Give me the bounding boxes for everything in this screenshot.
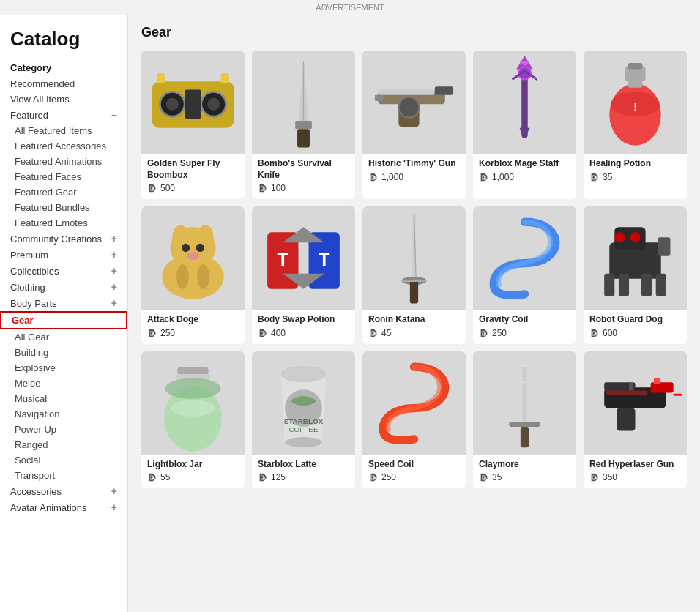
sidebar-item-recommended[interactable]: Recommended: [0, 76, 127, 92]
item-card-11[interactable]: Lightblox Jar 55: [141, 351, 245, 489]
item-card-3[interactable]: Historic 'Timmy' Gun 1,000: [362, 51, 466, 199]
item-name-6: Attack Doge: [147, 314, 239, 326]
item-price-9: 250: [479, 328, 570, 338]
svg-rect-86: [658, 237, 671, 255]
items-grid: Golden Super Fly Boombox 500 Bombo's Sur…: [141, 51, 687, 488]
item-info-4: Korblox Mage Staff 1,000: [473, 154, 576, 188]
item-price-text-3: 1,000: [381, 172, 403, 182]
item-card-6[interactable]: Attack Doge 250: [141, 206, 245, 344]
item-name-7: Body Swap Potion: [258, 314, 349, 326]
sidebar-item-all-gear[interactable]: All Gear: [0, 329, 127, 345]
sidebar-item-clothing[interactable]: Clothing+: [0, 279, 127, 295]
item-price-text-12: 125: [271, 472, 286, 482]
page-wrapper: ADVERTISEMENT Catalog Category Recommend…: [0, 0, 700, 612]
item-price-text-14: 35: [492, 472, 502, 482]
sidebar-item-musical[interactable]: Musical: [0, 391, 127, 406]
svg-rect-9: [151, 187, 153, 187]
sidebar-item-power-up[interactable]: Power Up: [0, 422, 127, 437]
svg-text:T: T: [278, 250, 289, 270]
sidebar-item-avatar-animations[interactable]: Avatar Animations+: [0, 499, 127, 515]
svg-point-94: [170, 400, 215, 417]
sidebar-item-featured-gear[interactable]: Featured Gear: [0, 184, 127, 200]
item-name-14: Claymore: [479, 459, 570, 471]
sidebar-item-view-all[interactable]: View All Items: [0, 92, 127, 107]
item-card-14[interactable]: Claymore 35: [473, 351, 576, 489]
sidebar-item-explosive[interactable]: Explosive: [0, 360, 127, 376]
item-image-15: [584, 351, 687, 455]
sidebar-item-featured-bundles[interactable]: Featured Bundles: [0, 200, 127, 215]
item-card-5[interactable]: ! Healing Potion 35: [584, 51, 687, 199]
item-card-9[interactable]: Gravity Coil 250: [473, 206, 576, 344]
item-price-text-11: 55: [160, 472, 170, 482]
item-price-8: 45: [368, 328, 460, 338]
item-card-2[interactable]: Bombo's Survival Knife 100: [252, 51, 355, 199]
item-name-15: Red Hyperlaser Gun: [589, 459, 681, 471]
sidebar-item-premium[interactable]: Premium+: [0, 247, 127, 263]
robux-icon: [479, 172, 489, 182]
sidebar-item-collectibles[interactable]: Collectibles+: [0, 263, 127, 279]
sidebar-item-featured-emotes[interactable]: Featured Emotes: [0, 215, 127, 231]
item-card-10[interactable]: Robot Guard Dog 600: [584, 206, 687, 344]
item-card-15[interactable]: Red Hyperlaser Gun 350: [584, 351, 687, 489]
item-card-1[interactable]: Golden Super Fly Boombox 500: [141, 51, 245, 199]
robux-icon: [258, 328, 268, 338]
sidebar-item-label: Featured Bundles: [15, 202, 90, 213]
robux-icon: [147, 328, 157, 338]
expand-icon: +: [111, 297, 117, 309]
sidebar-item-featured[interactable]: Featured−: [0, 107, 127, 123]
item-card-4[interactable]: Korblox Mage Staff 1,000: [473, 51, 576, 199]
sidebar-item-label: Melee: [15, 378, 40, 389]
svg-rect-97: [151, 477, 153, 478]
sidebar-item-label: Power Up: [15, 424, 56, 435]
svg-point-2: [166, 98, 179, 111]
sidebar-item-navigation[interactable]: Navigation: [0, 406, 127, 422]
expand-icon: +: [111, 249, 117, 261]
sidebar-item-featured-accessories[interactable]: Featured Accessories: [0, 138, 127, 154]
item-name-11: Lightblox Jar: [147, 459, 239, 471]
svg-rect-7: [221, 73, 229, 83]
sidebar-item-melee[interactable]: Melee: [0, 376, 127, 391]
svg-rect-124: [606, 390, 647, 395]
svg-rect-105: [261, 477, 264, 477]
item-price-14: 35: [479, 472, 570, 482]
sidebar-item-transport[interactable]: Transport: [0, 468, 127, 483]
item-price-text-6: 250: [160, 328, 175, 338]
sidebar-item-gear[interactable]: Gear: [0, 311, 127, 329]
svg-rect-26: [372, 177, 374, 178]
item-image-6: [141, 206, 245, 310]
item-price-5: 35: [589, 172, 681, 182]
svg-rect-65: [261, 332, 264, 332]
sidebar-item-community-creations[interactable]: Community Creations+: [0, 231, 127, 247]
sidebar: Catalog Category RecommendedView All Ite…: [0, 15, 128, 612]
sidebar-item-featured-animations[interactable]: Featured Animations: [0, 154, 127, 169]
sidebar-item-social[interactable]: Social: [0, 452, 127, 468]
sidebar-item-label: Transport: [15, 470, 55, 481]
sidebar-item-featured-faces[interactable]: Featured Faces: [0, 169, 127, 184]
robux-icon: [589, 172, 600, 182]
ad-banner: ADVERTISEMENT: [0, 0, 700, 15]
item-price-text-1: 500: [160, 183, 175, 193]
sidebar-item-accessories[interactable]: Accessories+: [0, 483, 127, 499]
svg-rect-66: [261, 333, 264, 334]
sidebar-item-building[interactable]: Building: [0, 345, 127, 360]
item-image-9: [473, 206, 576, 310]
sidebar-item-all-featured[interactable]: All Featured Items: [0, 123, 127, 138]
item-info-6: Attack Doge 250: [141, 310, 245, 344]
sidebar-item-ranged[interactable]: Ranged: [0, 437, 127, 452]
item-card-7[interactable]: T T Body Swap Potion 400: [252, 206, 355, 344]
item-card-12[interactable]: STARBLOX COFFEE Starblox Latte 125: [252, 351, 355, 489]
svg-rect-83: [619, 274, 629, 296]
sidebar-item-body-parts[interactable]: Body Parts+: [0, 295, 127, 311]
svg-rect-84: [641, 274, 652, 296]
svg-point-99: [280, 366, 326, 383]
svg-marker-111: [519, 362, 529, 367]
svg-rect-110: [523, 362, 527, 424]
item-info-9: Gravity Coil 250: [473, 310, 576, 344]
item-info-2: Bombo's Survival Knife 100: [252, 154, 355, 199]
item-card-13[interactable]: Speed Coil 250: [362, 351, 466, 489]
expand-icon: +: [111, 485, 117, 497]
svg-point-81: [630, 232, 640, 242]
svg-rect-16: [261, 187, 264, 187]
item-card-8[interactable]: Ronin Katana 45: [362, 206, 466, 344]
item-price-text-7: 400: [271, 328, 286, 338]
